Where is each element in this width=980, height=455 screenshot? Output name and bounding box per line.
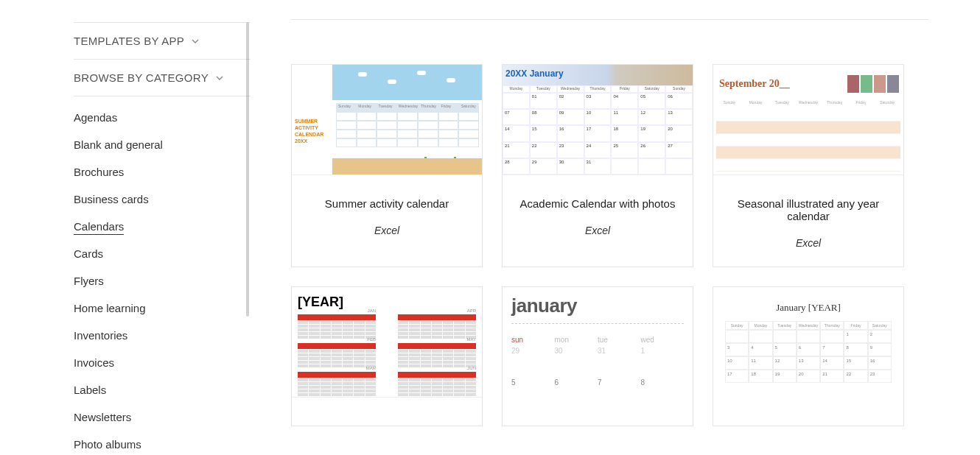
scrollbar[interactable] — [246, 22, 249, 317]
browse-by-category-label: BROWSE BY CATEGORY — [74, 71, 209, 84]
template-card-january-year[interactable]: January [YEAR] SundayMondayTuesdayWednes… — [713, 286, 904, 426]
category-label: Inventories — [74, 329, 127, 342]
category-label: Flyers — [74, 275, 104, 287]
main-content: SUMMER ACTIVITY CALENDAR 20XX SundayMond… — [251, 0, 980, 455]
category-item-blank-and-general[interactable]: Blank and general — [74, 131, 251, 158]
sidebar: TEMPLATES BY APP BROWSE BY CATEGORY Agen… — [0, 0, 251, 455]
category-item-photo-albums[interactable]: Photo albums — [74, 431, 251, 455]
divider — [291, 19, 928, 20]
category-label: Calendars — [74, 220, 124, 235]
category-item-flyers[interactable]: Flyers — [74, 267, 251, 294]
thumb-title: January [YEAR] — [725, 302, 892, 314]
template-card-summer-activity[interactable]: SUMMER ACTIVITY CALENDAR 20XX SundayMond… — [291, 64, 483, 267]
category-label: Business cards — [74, 193, 149, 205]
thumb-year: [YEAR] — [298, 294, 476, 310]
templates-by-app-toggle[interactable]: TEMPLATES BY APP — [74, 22, 251, 60]
template-app: Excel — [724, 237, 893, 249]
template-thumbnail: january sunmontuewed 2930311 5678 — [503, 287, 693, 426]
category-label: Cards — [74, 247, 103, 260]
category-label: Agendas — [74, 111, 117, 124]
template-app: Excel — [513, 225, 682, 236]
category-item-brochures[interactable]: Brochures — [74, 158, 251, 186]
category-item-invoices[interactable]: Invoices — [74, 349, 251, 376]
template-thumbnail: January [YEAR] SundayMondayTuesdayWednes… — [713, 287, 903, 426]
category-label: Brochures — [74, 166, 124, 178]
template-card-january-big[interactable]: january sunmontuewed 2930311 5678 — [502, 286, 693, 426]
template-card-seasonal-illustrated[interactable]: September 20__ SundayMondayTuesdayWednes… — [713, 64, 904, 267]
category-item-calendars[interactable]: Calendars — [74, 213, 251, 240]
category-item-business-cards[interactable]: Business cards — [74, 186, 251, 213]
category-label: Home learning — [74, 302, 146, 314]
category-label: Labels — [74, 384, 106, 396]
thumb-title: january — [511, 294, 684, 317]
category-label: Newsletters — [74, 411, 131, 423]
template-card-year-grid[interactable]: [YEAR] JANAPRFEBMAYMARJUN — [291, 286, 483, 426]
browse-by-category-toggle[interactable]: BROWSE BY CATEGORY — [74, 60, 251, 96]
template-thumbnail: 20XX January MondayTuesdayWednesdayThurs… — [503, 65, 693, 175]
thumb-side-label: SUMMER ACTIVITY CALENDAR 20XX — [295, 118, 336, 144]
category-item-home-learning[interactable]: Home learning — [74, 294, 251, 322]
category-list: AgendasBlank and generalBrochuresBusines… — [74, 96, 251, 455]
template-title: Summer activity calendar — [302, 197, 472, 210]
template-thumbnail: September 20__ SundayMondayTuesdayWednes… — [713, 65, 903, 175]
category-item-labels[interactable]: Labels — [74, 376, 251, 403]
category-item-inventories[interactable]: Inventories — [74, 322, 251, 349]
template-thumbnail: [YEAR] JANAPRFEBMAYMARJUN — [292, 287, 482, 398]
category-label: Invoices — [74, 356, 114, 369]
category-item-cards[interactable]: Cards — [74, 240, 251, 267]
category-item-newsletters[interactable]: Newsletters — [74, 403, 251, 431]
template-title: Seasonal illustrated any year calendar — [724, 197, 893, 222]
template-app: Excel — [302, 225, 472, 236]
templates-by-app-label: TEMPLATES BY APP — [74, 35, 184, 47]
chevron-down-icon — [216, 71, 223, 84]
template-card-academic-photos[interactable]: 20XX January MondayTuesdayWednesdayThurs… — [502, 64, 693, 267]
category-item-agendas[interactable]: Agendas — [74, 104, 251, 131]
template-thumbnail: SUMMER ACTIVITY CALENDAR 20XX SundayMond… — [292, 65, 482, 175]
template-title: Academic Calendar with photos — [513, 197, 682, 210]
category-label: Photo albums — [74, 438, 141, 451]
category-label: Blank and general — [74, 138, 163, 151]
thumb-title: September 20__ — [719, 78, 790, 90]
chevron-down-icon — [192, 35, 199, 47]
template-grid: SUMMER ACTIVITY CALENDAR 20XX SundayMond… — [291, 64, 928, 426]
thumb-header: 20XX January — [505, 68, 564, 79]
